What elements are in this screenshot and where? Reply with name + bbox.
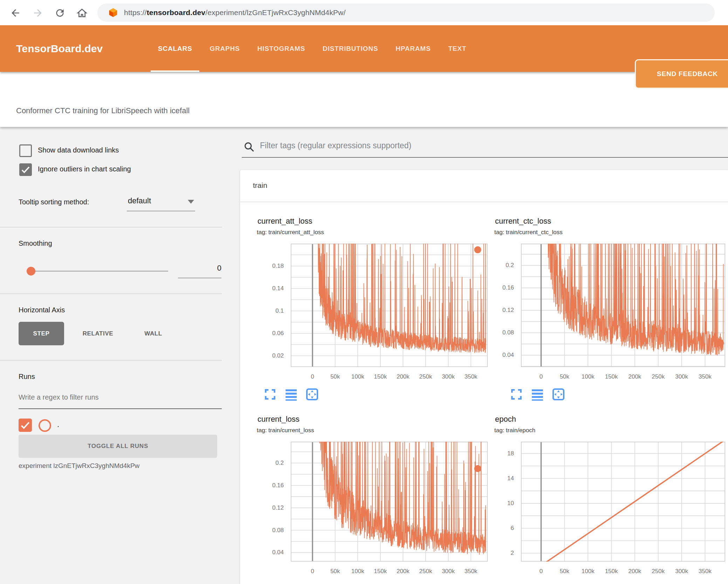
log-scale-icon[interactable] (531, 388, 544, 401)
chart-tag-epoch: tag: train/epoch (494, 427, 535, 434)
fullscreen-icon[interactable] (263, 388, 277, 401)
y-tick-label: 0.2 (250, 460, 284, 467)
axis-step-button[interactable]: STEP (19, 322, 64, 345)
tensorboard-dev-page: https://tensorboard.dev/experiment/lzGnE… (0, 0, 728, 584)
tab-hparams[interactable]: HPARAMS (388, 25, 438, 72)
x-tick-label: 350k (455, 373, 487, 380)
check-icon (20, 164, 31, 175)
loss-series-line (316, 442, 486, 555)
final-point-marker[interactable] (717, 339, 724, 346)
reload-icon[interactable] (54, 7, 66, 19)
y-tick-label: 18 (480, 450, 514, 457)
x-tick-label: 350k (455, 568, 487, 575)
tooltip-sorting-label: Tooltip sorting method: (19, 198, 89, 206)
forward-icon[interactable] (32, 7, 43, 19)
toggle-all-runs-button[interactable]: TOGGLE ALL RUNS (19, 435, 217, 458)
browser-toolbar: https://tensorboard.dev/experiment/lzGnE… (0, 0, 728, 25)
filter-tags-input[interactable] (260, 141, 708, 150)
app-logo: TensorBoard.dev (16, 25, 103, 72)
chart-tag-current-ctc-loss: tag: train/current_ctc_loss (494, 229, 563, 236)
show-download-links-label: Show data download links (38, 146, 119, 154)
chart-title-current-att-loss: current_att_loss (257, 217, 313, 226)
tab-scalars[interactable]: SCALARS (151, 25, 199, 72)
y-tick-label: 0.16 (250, 482, 284, 489)
tooltip-sorting-select[interactable]: default (128, 196, 151, 205)
chart-title-current-loss: current_loss (257, 415, 300, 424)
address-bar[interactable]: https://tensorboard.dev/experiment/lzGnE… (97, 4, 715, 22)
section-title[interactable]: train (253, 181, 267, 190)
final-point-marker[interactable] (474, 246, 481, 253)
tab-graphs[interactable]: GRAPHS (202, 25, 247, 72)
chart-plot-current-ctc-loss[interactable] (521, 244, 725, 367)
fullscreen-icon[interactable] (510, 388, 523, 401)
divider (0, 293, 222, 294)
search-icon (243, 141, 255, 152)
tab-distributions[interactable]: DISTRIBUTIONS (315, 25, 385, 72)
y-tick-label: 0.1 (250, 307, 284, 314)
chart-canvas[interactable] (521, 244, 725, 367)
tooltip-select-underline (127, 211, 195, 211)
section-divider (240, 202, 728, 202)
url-domain: tensorboard.dev (147, 8, 206, 16)
y-tick-label: 0.12 (250, 504, 284, 511)
experiment-title: Conformer CTC training for LibriSpeech w… (16, 106, 190, 115)
tab-histograms[interactable]: HISTOGRAMS (250, 25, 313, 72)
url-path: /experiment/lzGnETjwRxC3yghNMd4kPw/ (205, 8, 345, 16)
home-icon[interactable] (76, 7, 88, 19)
chart-title-current-ctc-loss: current_ctc_loss (495, 217, 551, 226)
final-point-marker[interactable] (474, 465, 481, 472)
y-tick-label: 0.06 (250, 330, 284, 337)
loss-series-line (316, 244, 486, 353)
axis-relative-button[interactable]: RELATIVE (78, 322, 118, 345)
chart-plot-current-att-loss[interactable] (291, 244, 488, 367)
experiment-title-bar: Conformer CTC training for LibriSpeech w… (0, 72, 728, 127)
y-tick-label: 0.02 (250, 352, 284, 359)
y-tick-label: 0.18 (250, 263, 284, 270)
chart-canvas[interactable] (521, 442, 725, 562)
chart-canvas[interactable] (291, 442, 488, 562)
fit-domain-icon[interactable] (305, 388, 319, 401)
runs-regex-input[interactable] (19, 393, 215, 401)
chart-plot-current-loss[interactable] (291, 442, 488, 562)
axis-wall-button[interactable]: WALL (138, 322, 168, 345)
log-scale-icon[interactable] (284, 388, 298, 401)
chart-tag-current-att-loss: tag: train/current_att_loss (257, 229, 324, 236)
chart-title-epoch: epoch (495, 415, 516, 424)
chart-plot-epoch[interactable] (521, 442, 725, 562)
show-download-links-checkbox[interactable] (19, 144, 32, 157)
chart-tag-current-loss: tag: train/current_loss (257, 427, 314, 434)
chart-canvas[interactable] (291, 244, 488, 367)
y-tick-label: 0.14 (250, 285, 284, 292)
run-checkbox[interactable] (19, 419, 32, 432)
ignore-outliers-checkbox[interactable] (19, 163, 32, 176)
x-tick-label: 350k (689, 373, 721, 380)
app-header: TensorBoard.dev SCALARS GRAPHS HISTOGRAM… (0, 25, 728, 72)
tensorboard-favicon (108, 7, 118, 18)
y-tick-label: 0.08 (250, 527, 284, 534)
url-scheme: https:// (124, 8, 147, 16)
x-tick-label: 350k (689, 568, 721, 575)
y-tick-label: 0.2 (480, 262, 514, 269)
experiment-id-text: experiment lzGnETjwRxC3yghNMd4kPw (19, 462, 139, 470)
smoothing-slider-track[interactable] (30, 271, 168, 272)
smoothing-value[interactable]: 0 (178, 264, 221, 273)
back-icon[interactable] (10, 7, 21, 19)
y-tick-label: 10 (480, 500, 514, 507)
loss-series-line (545, 244, 723, 355)
filter-tags-underline (242, 157, 728, 158)
check-icon (20, 420, 31, 431)
url-text: https://tensorboard.dev/experiment/lzGnE… (124, 8, 345, 17)
horizontal-axis-label: Horizontal Axis (19, 306, 65, 314)
divider (0, 360, 222, 361)
smoothing-label: Smoothing (19, 239, 52, 247)
y-tick-label: 0.04 (250, 549, 284, 556)
send-feedback-button[interactable]: SEND FEEDBACK (635, 59, 728, 89)
chevron-down-icon[interactable] (188, 200, 194, 204)
smoothing-slider-thumb[interactable] (27, 267, 35, 276)
fit-domain-icon[interactable] (552, 388, 565, 401)
tab-text[interactable]: TEXT (441, 25, 474, 72)
runs-input-underline (19, 408, 222, 409)
run-name: . (57, 420, 59, 429)
y-tick-label: 6 (480, 525, 514, 532)
y-tick-label: 0.08 (480, 329, 514, 336)
